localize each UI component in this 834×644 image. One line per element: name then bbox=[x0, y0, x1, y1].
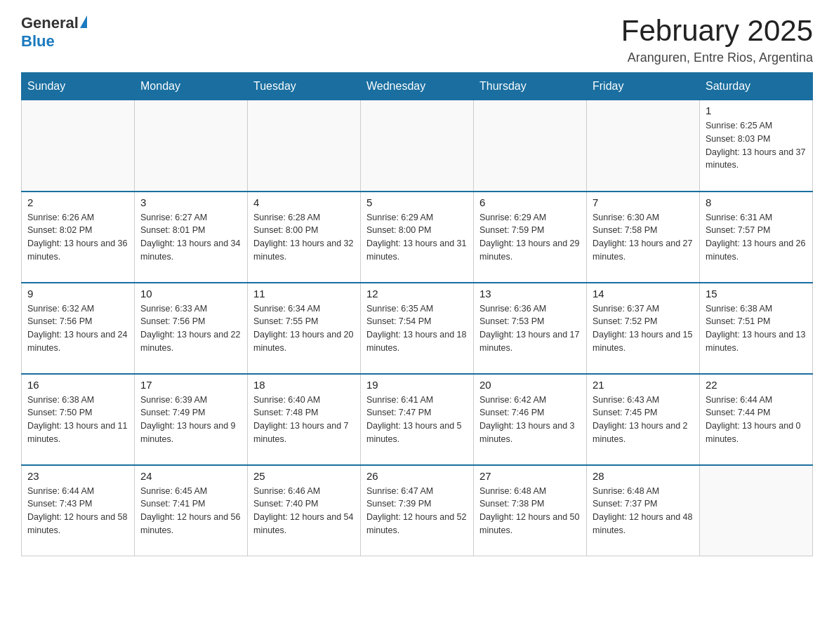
day-info: Sunrise: 6:30 AMSunset: 7:58 PMDaylight:… bbox=[593, 211, 694, 264]
day-info: Sunrise: 6:25 AMSunset: 8:03 PMDaylight:… bbox=[706, 119, 807, 172]
calendar-cell bbox=[248, 100, 361, 192]
calendar-cell: 10Sunrise: 6:33 AMSunset: 7:56 PMDayligh… bbox=[135, 283, 248, 374]
day-info: Sunrise: 6:45 AMSunset: 7:41 PMDaylight:… bbox=[140, 485, 241, 537]
calendar-cell: 26Sunrise: 6:47 AMSunset: 7:39 PMDayligh… bbox=[361, 465, 474, 556]
day-info: Sunrise: 6:31 AMSunset: 7:57 PMDaylight:… bbox=[706, 211, 807, 264]
calendar-cell: 25Sunrise: 6:46 AMSunset: 7:40 PMDayligh… bbox=[248, 465, 361, 556]
calendar-cell: 19Sunrise: 6:41 AMSunset: 7:47 PMDayligh… bbox=[361, 374, 474, 465]
day-info: Sunrise: 6:47 AMSunset: 7:39 PMDaylight:… bbox=[366, 485, 468, 537]
calendar-cell: 23Sunrise: 6:44 AMSunset: 7:43 PMDayligh… bbox=[22, 465, 135, 556]
week-row-2: 2Sunrise: 6:26 AMSunset: 8:02 PMDaylight… bbox=[22, 192, 813, 283]
day-info: Sunrise: 6:48 AMSunset: 7:37 PMDaylight:… bbox=[593, 485, 694, 537]
day-info: Sunrise: 6:44 AMSunset: 7:43 PMDaylight:… bbox=[27, 485, 128, 537]
day-info: Sunrise: 6:33 AMSunset: 7:56 PMDaylight:… bbox=[140, 302, 241, 355]
day-number: 10 bbox=[140, 288, 241, 300]
title-section: February 2025 Aranguren, Entre Rios, Arg… bbox=[621, 14, 813, 65]
day-number: 16 bbox=[27, 379, 128, 391]
calendar-cell: 27Sunrise: 6:48 AMSunset: 7:38 PMDayligh… bbox=[474, 465, 587, 556]
calendar-cell: 28Sunrise: 6:48 AMSunset: 7:37 PMDayligh… bbox=[587, 465, 700, 556]
day-info: Sunrise: 6:26 AMSunset: 8:02 PMDaylight:… bbox=[27, 211, 128, 264]
weekday-header-thursday: Thursday bbox=[474, 73, 587, 100]
day-info: Sunrise: 6:36 AMSunset: 7:53 PMDaylight:… bbox=[479, 302, 581, 355]
day-number: 17 bbox=[140, 379, 241, 391]
day-number: 9 bbox=[27, 288, 128, 300]
day-info: Sunrise: 6:29 AMSunset: 7:59 PMDaylight:… bbox=[479, 211, 581, 264]
day-info: Sunrise: 6:28 AMSunset: 8:00 PMDaylight:… bbox=[253, 211, 355, 264]
logo-text: General bbox=[21, 14, 87, 32]
calendar-cell bbox=[22, 100, 135, 192]
day-info: Sunrise: 6:34 AMSunset: 7:55 PMDaylight:… bbox=[253, 302, 355, 355]
day-info: Sunrise: 6:37 AMSunset: 7:52 PMDaylight:… bbox=[593, 302, 694, 355]
day-number: 13 bbox=[479, 288, 581, 300]
calendar-cell: 6Sunrise: 6:29 AMSunset: 7:59 PMDaylight… bbox=[474, 192, 587, 283]
day-number: 2 bbox=[27, 196, 128, 208]
week-row-5: 23Sunrise: 6:44 AMSunset: 7:43 PMDayligh… bbox=[22, 465, 813, 556]
day-info: Sunrise: 6:32 AMSunset: 7:56 PMDaylight:… bbox=[27, 302, 128, 355]
day-number: 7 bbox=[593, 196, 694, 208]
calendar-cell: 5Sunrise: 6:29 AMSunset: 8:00 PMDaylight… bbox=[361, 192, 474, 283]
calendar-cell: 8Sunrise: 6:31 AMSunset: 7:57 PMDaylight… bbox=[700, 192, 813, 283]
day-number: 14 bbox=[593, 288, 694, 300]
calendar-cell: 15Sunrise: 6:38 AMSunset: 7:51 PMDayligh… bbox=[700, 283, 813, 374]
day-info: Sunrise: 6:43 AMSunset: 7:45 PMDaylight:… bbox=[593, 394, 694, 446]
weekday-header-friday: Friday bbox=[587, 73, 700, 100]
day-number: 5 bbox=[366, 196, 468, 208]
day-number: 19 bbox=[366, 379, 468, 391]
day-info: Sunrise: 6:48 AMSunset: 7:38 PMDaylight:… bbox=[479, 485, 581, 537]
day-number: 25 bbox=[253, 470, 355, 482]
logo-general-text: General bbox=[21, 14, 79, 32]
week-row-3: 9Sunrise: 6:32 AMSunset: 7:56 PMDaylight… bbox=[22, 283, 813, 374]
weekday-header-tuesday: Tuesday bbox=[248, 73, 361, 100]
day-number: 18 bbox=[253, 379, 355, 391]
calendar-cell: 16Sunrise: 6:38 AMSunset: 7:50 PMDayligh… bbox=[22, 374, 135, 465]
weekday-header-sunday: Sunday bbox=[22, 73, 135, 100]
day-number: 21 bbox=[593, 379, 694, 391]
calendar-cell: 13Sunrise: 6:36 AMSunset: 7:53 PMDayligh… bbox=[474, 283, 587, 374]
calendar-cell: 7Sunrise: 6:30 AMSunset: 7:58 PMDaylight… bbox=[587, 192, 700, 283]
calendar-table: SundayMondayTuesdayWednesdayThursdayFrid… bbox=[21, 72, 813, 556]
day-info: Sunrise: 6:40 AMSunset: 7:48 PMDaylight:… bbox=[253, 394, 355, 446]
calendar-cell: 17Sunrise: 6:39 AMSunset: 7:49 PMDayligh… bbox=[135, 374, 248, 465]
month-title: February 2025 bbox=[621, 14, 813, 48]
day-number: 28 bbox=[593, 470, 694, 482]
day-number: 27 bbox=[479, 470, 581, 482]
day-number: 6 bbox=[479, 196, 581, 208]
day-number: 4 bbox=[253, 196, 355, 208]
day-number: 15 bbox=[706, 288, 807, 300]
calendar-cell bbox=[700, 465, 813, 556]
calendar-cell bbox=[474, 100, 587, 192]
day-number: 23 bbox=[27, 470, 128, 482]
weekday-header-saturday: Saturday bbox=[700, 73, 813, 100]
calendar-cell: 14Sunrise: 6:37 AMSunset: 7:52 PMDayligh… bbox=[587, 283, 700, 374]
day-info: Sunrise: 6:27 AMSunset: 8:01 PMDaylight:… bbox=[140, 211, 241, 264]
day-number: 20 bbox=[479, 379, 581, 391]
calendar-cell bbox=[587, 100, 700, 192]
day-number: 11 bbox=[253, 288, 355, 300]
logo: General Blue bbox=[21, 14, 87, 51]
day-number: 26 bbox=[366, 470, 468, 482]
day-info: Sunrise: 6:44 AMSunset: 7:44 PMDaylight:… bbox=[706, 394, 807, 446]
calendar-cell bbox=[361, 100, 474, 192]
day-info: Sunrise: 6:46 AMSunset: 7:40 PMDaylight:… bbox=[253, 485, 355, 537]
calendar-cell: 18Sunrise: 6:40 AMSunset: 7:48 PMDayligh… bbox=[248, 374, 361, 465]
day-number: 22 bbox=[706, 379, 807, 391]
calendar-cell: 22Sunrise: 6:44 AMSunset: 7:44 PMDayligh… bbox=[700, 374, 813, 465]
calendar-cell: 9Sunrise: 6:32 AMSunset: 7:56 PMDaylight… bbox=[22, 283, 135, 374]
day-number: 24 bbox=[140, 470, 241, 482]
day-number: 12 bbox=[366, 288, 468, 300]
day-info: Sunrise: 6:38 AMSunset: 7:51 PMDaylight:… bbox=[706, 302, 807, 355]
weekday-header-wednesday: Wednesday bbox=[361, 73, 474, 100]
day-number: 1 bbox=[706, 105, 807, 116]
day-info: Sunrise: 6:41 AMSunset: 7:47 PMDaylight:… bbox=[366, 394, 468, 446]
calendar-cell: 21Sunrise: 6:43 AMSunset: 7:45 PMDayligh… bbox=[587, 374, 700, 465]
day-info: Sunrise: 6:35 AMSunset: 7:54 PMDaylight:… bbox=[366, 302, 468, 355]
calendar-cell bbox=[135, 100, 248, 192]
calendar-cell: 24Sunrise: 6:45 AMSunset: 7:41 PMDayligh… bbox=[135, 465, 248, 556]
calendar-cell: 1Sunrise: 6:25 AMSunset: 8:03 PMDaylight… bbox=[700, 100, 813, 192]
logo-blue-text: Blue bbox=[21, 32, 55, 51]
calendar-cell: 3Sunrise: 6:27 AMSunset: 8:01 PMDaylight… bbox=[135, 192, 248, 283]
calendar-cell: 12Sunrise: 6:35 AMSunset: 7:54 PMDayligh… bbox=[361, 283, 474, 374]
day-info: Sunrise: 6:42 AMSunset: 7:46 PMDaylight:… bbox=[479, 394, 581, 446]
calendar-cell: 2Sunrise: 6:26 AMSunset: 8:02 PMDaylight… bbox=[22, 192, 135, 283]
calendar-cell: 20Sunrise: 6:42 AMSunset: 7:46 PMDayligh… bbox=[474, 374, 587, 465]
